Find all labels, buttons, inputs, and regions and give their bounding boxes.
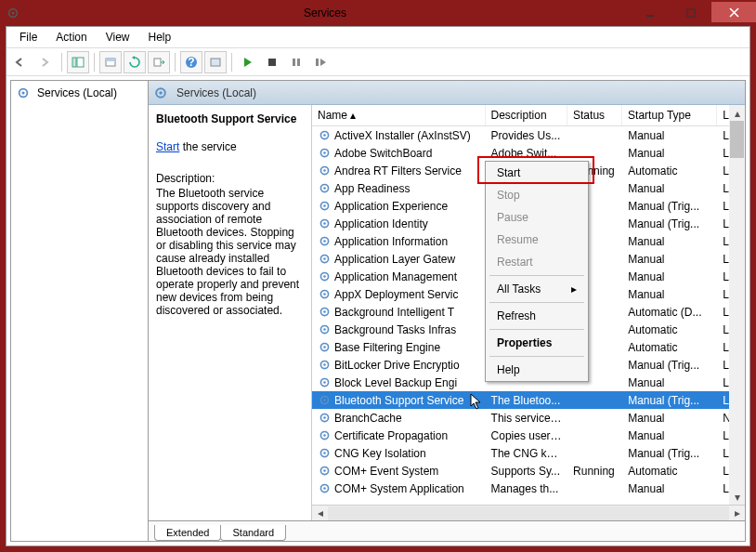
properties-button[interactable] [99, 51, 122, 73]
service-name: Bluetooth Support Service [334, 394, 463, 407]
sort-asc-icon: ▴ [350, 109, 356, 122]
export-button[interactable] [148, 51, 170, 73]
service-desc: Copies user ... [486, 428, 568, 443]
service-row[interactable]: COM+ System ApplicationManages th...Manu… [312, 480, 745, 497]
ctx-properties[interactable]: Properties [486, 332, 588, 354]
gear-icon [318, 359, 331, 372]
svg-point-45 [323, 346, 326, 348]
service-desc: The CNG ke... [486, 446, 568, 461]
gear-icon [318, 288, 331, 301]
service-row[interactable]: Adobe SwitchBoardAdobe Swit...ManualLoc [312, 144, 745, 162]
svg-point-59 [323, 469, 326, 472]
back-button[interactable] [10, 51, 33, 73]
minimize-button[interactable] [630, 2, 671, 24]
forward-button[interactable] [34, 51, 57, 73]
service-row[interactable]: BranchCacheThis service ...ManualNet [312, 409, 745, 427]
svg-point-33 [323, 240, 326, 243]
menu-view[interactable]: View [97, 29, 139, 46]
service-row[interactable]: Certificate PropagationCopies user ...Ma… [312, 427, 745, 444]
gear-icon [318, 164, 331, 177]
ctx-start[interactable]: Start [486, 162, 588, 184]
scroll-down-icon[interactable]: ▾ [729, 489, 745, 505]
service-desc: The Bluetoo... [486, 393, 568, 408]
col-startup-type[interactable]: Startup Type [622, 105, 717, 125]
service-startup: Manual (Trig... [622, 217, 717, 231]
service-desc: Manages th... [486, 481, 568, 496]
service-startup: Automatic [622, 164, 717, 178]
service-startup: Manual (Trig... [622, 393, 717, 408]
ctx-refresh[interactable]: Refresh [486, 305, 588, 327]
stop-service-button[interactable] [261, 51, 283, 73]
gear-icon [318, 429, 331, 442]
help-button[interactable]: ? [180, 51, 202, 73]
service-name: COM+ Event System [334, 465, 438, 478]
ctx-all-tasks[interactable]: All Tasks▸ [486, 278, 588, 300]
service-name: Application Identity [334, 217, 428, 230]
service-name: AppX Deployment Servic [334, 288, 458, 301]
service-startup: Automatic [622, 340, 717, 355]
tab-standard[interactable]: Standard [220, 525, 286, 541]
header-band: Services (Local) [149, 81, 745, 105]
service-name: Application Layer Gatew [334, 253, 455, 266]
start-service-button[interactable] [237, 51, 259, 73]
col-description[interactable]: Description [486, 105, 568, 125]
service-startup: Manual [622, 181, 717, 196]
svg-rect-3 [687, 9, 695, 17]
svg-point-29 [323, 204, 326, 207]
scroll-left-icon[interactable]: ◂ [312, 506, 328, 521]
show-hide-tree-button[interactable] [67, 51, 89, 73]
horizontal-scrollbar[interactable]: ◂ ▸ [312, 505, 745, 520]
service-startup: Manual [622, 252, 717, 267]
ctx-help[interactable]: Help [486, 359, 588, 381]
svg-rect-13 [293, 59, 295, 66]
menu-action[interactable]: Action [46, 29, 96, 46]
col-status[interactable]: Status [567, 105, 622, 125]
start-link[interactable]: Start [156, 140, 179, 153]
cursor-icon [470, 393, 485, 412]
vertical-scrollbar[interactable]: ▴ ▾ [729, 105, 745, 505]
dialog-button[interactable] [204, 51, 227, 73]
menu-help[interactable]: Help [139, 29, 181, 46]
close-button[interactable] [711, 2, 756, 22]
gear-icon [318, 270, 331, 283]
service-name: Adobe SwitchBoard [334, 147, 432, 160]
service-row[interactable]: CNG Key IsolationThe CNG ke...Manual (Tr… [312, 444, 745, 462]
tab-extended[interactable]: Extended [154, 525, 221, 541]
col-name[interactable]: Name ▴ [312, 105, 486, 125]
svg-point-51 [323, 399, 326, 401]
svg-rect-12 [268, 59, 276, 66]
scroll-right-icon[interactable]: ▸ [729, 506, 745, 521]
service-status [567, 152, 622, 154]
service-status [567, 435, 622, 437]
maximize-button[interactable] [671, 2, 711, 24]
selected-service-title: Bluetooth Support Service [156, 112, 304, 125]
svg-rect-5 [77, 58, 84, 67]
menu-file[interactable]: File [10, 29, 46, 46]
service-name: Application Management [334, 270, 457, 283]
refresh-button[interactable] [124, 51, 146, 73]
service-desc: Provides Us... [486, 128, 568, 143]
tree-node-services-local[interactable]: Services (Local) [15, 85, 144, 101]
svg-point-27 [323, 187, 326, 190]
service-startup: Automatic [622, 322, 717, 337]
service-name: BitLocker Drive Encryptio [334, 359, 460, 372]
gear-icon [318, 465, 331, 478]
service-row[interactable]: ActiveX Installer (AxInstSV)Provides Us.… [312, 126, 745, 144]
start-link-suffix: the service [179, 140, 236, 153]
restart-service-button[interactable] [309, 51, 332, 73]
svg-point-21 [323, 134, 326, 137]
svg-point-57 [323, 452, 326, 454]
toolbar: ? [7, 48, 749, 76]
service-desc: This service ... [486, 411, 568, 426]
ctx-resume: Resume [486, 229, 588, 251]
service-row[interactable]: COM+ Event SystemSupports Sy...RunningAu… [312, 462, 745, 480]
service-name: Application Experience [334, 200, 448, 213]
service-status [567, 488, 622, 490]
svg-point-49 [323, 381, 326, 384]
svg-rect-15 [316, 59, 319, 66]
ctx-restart: Restart [486, 251, 588, 273]
service-row[interactable]: Bluetooth Support ServiceThe Bluetoo...M… [312, 391, 745, 409]
pause-service-button[interactable] [285, 51, 307, 73]
scroll-up-icon[interactable]: ▴ [729, 105, 745, 121]
service-name: Certificate Propagation [334, 429, 448, 442]
